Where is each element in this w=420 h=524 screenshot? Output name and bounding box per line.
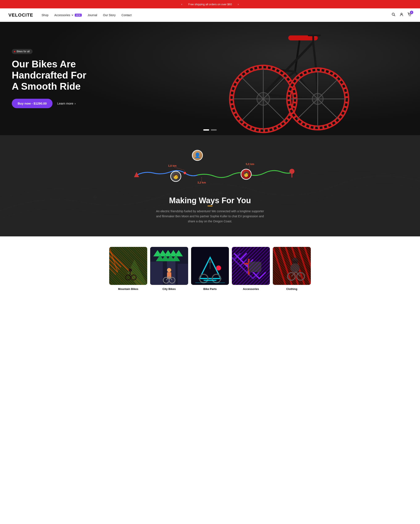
svg-point-98 xyxy=(290,263,300,273)
bike-illustration-container xyxy=(139,22,420,135)
category-image-accessories xyxy=(232,247,270,285)
svg-rect-59 xyxy=(150,262,163,285)
svg-point-52 xyxy=(129,269,132,272)
svg-line-45 xyxy=(109,255,147,285)
svg-rect-97 xyxy=(292,261,298,265)
svg-point-54 xyxy=(126,275,131,280)
svg-line-53 xyxy=(130,272,130,277)
account-icon[interactable] xyxy=(399,12,404,18)
nav: Shop Accessories NEW Journal Our Story C… xyxy=(42,13,132,17)
nav-item-our-story[interactable]: Our Story xyxy=(103,13,116,17)
category-image-clothing xyxy=(273,247,311,285)
svg-line-49 xyxy=(109,247,122,285)
new-badge: NEW xyxy=(75,14,82,17)
svg-line-91 xyxy=(279,247,292,285)
route-svg: 1,8 km 3,2 km 5,0 km xyxy=(120,148,300,186)
svg-line-102 xyxy=(296,272,301,277)
search-icon[interactable] xyxy=(391,12,396,18)
svg-point-3 xyxy=(409,16,410,16)
svg-marker-60 xyxy=(153,250,162,256)
svg-marker-66 xyxy=(161,255,169,261)
nav-link-shop[interactable]: Shop xyxy=(42,13,49,17)
svg-text:3,2 km: 3,2 km xyxy=(197,181,206,184)
category-item-mountain-bikes[interactable]: Mountain Bikes xyxy=(109,247,147,290)
slider-dots xyxy=(203,129,217,131)
hero-badge-dot xyxy=(14,51,15,52)
svg-line-46 xyxy=(109,260,147,285)
hero-badge: Bikes for all xyxy=(12,49,33,54)
svg-point-80 xyxy=(208,260,212,263)
slider-dot-1[interactable] xyxy=(203,129,209,131)
svg-line-90 xyxy=(273,247,285,285)
category-item-city-bikes[interactable]: City Bikes xyxy=(150,247,188,290)
bike-parts-illustration xyxy=(191,247,229,285)
svg-line-94 xyxy=(298,247,311,285)
svg-point-4 xyxy=(410,16,411,16)
nav-item-journal[interactable]: Journal xyxy=(88,13,97,17)
svg-marker-67 xyxy=(166,255,175,261)
svg-rect-85 xyxy=(232,247,270,285)
nav-link-journal[interactable]: Journal xyxy=(88,13,97,17)
svg-point-100 xyxy=(297,273,305,280)
hero-actions: Buy now - $1290.00 Learn more › xyxy=(12,99,100,108)
announcement-next-button[interactable]: › xyxy=(236,2,240,7)
category-image-city xyxy=(150,247,188,285)
header: VELOCITE Shop Accessories NEW Journal Ou… xyxy=(0,9,420,22)
svg-rect-88 xyxy=(249,262,262,272)
category-item-clothing[interactable]: Clothing xyxy=(273,247,311,290)
svg-rect-89 xyxy=(273,247,311,285)
svg-line-101 xyxy=(291,272,296,277)
clothing-illustration xyxy=(273,247,311,285)
svg-marker-62 xyxy=(164,250,172,256)
city-bikes-illustration xyxy=(150,247,188,285)
svg-line-38 xyxy=(174,167,185,170)
svg-line-95 xyxy=(305,247,311,285)
svg-point-69 xyxy=(167,268,171,272)
svg-rect-58 xyxy=(177,264,188,285)
category-section: Mountain Bikes xyxy=(0,236,420,301)
announcement-prev-button[interactable]: ‹ xyxy=(180,2,184,7)
category-item-accessories[interactable]: Accessories xyxy=(232,247,270,290)
svg-marker-65 xyxy=(156,255,164,261)
category-label-clothing: Clothing xyxy=(286,288,297,290)
hero-title: Our Bikes Are Handcrafted For A Smooth R… xyxy=(12,59,100,92)
svg-point-79 xyxy=(216,266,221,271)
logo[interactable]: VELOCITE xyxy=(9,12,33,18)
svg-line-13 xyxy=(313,42,315,62)
svg-rect-43 xyxy=(109,247,147,285)
announcement-text: Free shipping all orders on over $60 xyxy=(188,3,232,6)
announcement-bar: ‹ Free shipping all orders on over $60 › xyxy=(0,0,420,9)
svg-point-55 xyxy=(131,275,136,280)
route-map: 1,8 km 3,2 km 5,0 km 👤 🧑 👩 xyxy=(120,148,300,186)
nav-link-accessories[interactable]: Accessories NEW xyxy=(54,13,82,17)
route-section: + + 1,8 km 3,2 km 5,0 km xyxy=(0,135,420,236)
buy-now-button[interactable]: Buy now - $1290.00 xyxy=(12,99,52,108)
cart-badge: 5 xyxy=(410,11,413,14)
nav-item-shop[interactable]: Shop xyxy=(42,13,49,17)
category-image-mountain xyxy=(109,247,147,285)
svg-marker-63 xyxy=(169,250,177,256)
avatar-2: 🧑 xyxy=(170,171,181,182)
svg-line-93 xyxy=(292,247,305,285)
svg-line-92 xyxy=(285,247,298,285)
hero-badge-text: Bikes for all xyxy=(17,50,30,53)
nav-link-our-story[interactable]: Our Story xyxy=(103,13,116,17)
svg-marker-61 xyxy=(158,250,167,256)
slider-dot-2[interactable] xyxy=(211,129,217,131)
accessories-illustration xyxy=(232,247,270,285)
svg-point-2 xyxy=(401,13,402,15)
chevron-down-icon xyxy=(71,14,73,16)
svg-line-47 xyxy=(109,264,147,285)
learn-more-button[interactable]: Learn more › xyxy=(57,102,76,105)
svg-marker-51 xyxy=(109,266,137,285)
category-label-bike-parts: Bike Parts xyxy=(203,288,217,290)
svg-marker-68 xyxy=(172,255,180,261)
nav-link-contact[interactable]: Contact xyxy=(122,13,132,17)
svg-line-1 xyxy=(394,15,395,16)
svg-point-99 xyxy=(288,273,295,280)
svg-marker-64 xyxy=(174,250,183,256)
nav-item-accessories[interactable]: Accessories NEW xyxy=(54,13,82,17)
nav-item-contact[interactable]: Contact xyxy=(122,13,132,17)
category-item-bike-parts[interactable]: Bike Parts xyxy=(191,247,229,290)
cart-icon[interactable]: 5 xyxy=(407,12,411,18)
